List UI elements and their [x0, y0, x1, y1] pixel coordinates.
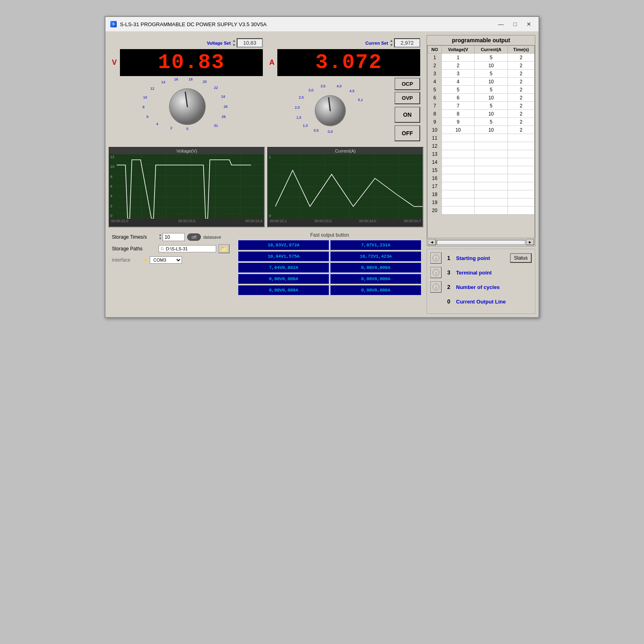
table-cell[interactable]: 16: [428, 174, 442, 182]
table-cell[interactable]: 3: [428, 70, 442, 78]
table-cell[interactable]: [475, 174, 508, 182]
datasave-toggle[interactable]: off: [187, 233, 201, 241]
table-row[interactable]: 11: [428, 134, 535, 142]
table-row[interactable]: 3352: [428, 70, 535, 78]
table-row[interactable]: 66102: [428, 94, 535, 102]
fast-btn-1[interactable]: 7,07V1,231A: [330, 240, 421, 250]
table-cell[interactable]: 8: [442, 110, 475, 118]
table-cell[interactable]: 2: [508, 78, 535, 86]
table-cell[interactable]: 2: [508, 70, 535, 78]
current-up-arrow[interactable]: ▲ ▼: [390, 39, 393, 47]
fast-btn-7[interactable]: 0,00V0,000A: [330, 274, 421, 284]
table-cell[interactable]: [475, 150, 508, 158]
table-cell[interactable]: 1: [428, 54, 442, 62]
table-cell[interactable]: 5: [428, 86, 442, 94]
table-cell[interactable]: [508, 174, 535, 182]
times-spinner-arrows[interactable]: ▲ ▼: [159, 233, 162, 241]
table-cell[interactable]: 10: [475, 62, 508, 70]
scroll-right-button[interactable]: ►: [526, 239, 534, 245]
table-cell[interactable]: 8: [428, 110, 442, 118]
table-row[interactable]: 22102: [428, 62, 535, 70]
table-cell[interactable]: [508, 150, 535, 158]
table-cell[interactable]: 2: [442, 62, 475, 70]
table-cell[interactable]: 1: [442, 54, 475, 62]
table-row[interactable]: 9952: [428, 118, 535, 126]
fast-btn-4[interactable]: 7,64V0,882A: [238, 263, 329, 272]
cycles-spinner[interactable]: ↕: [430, 281, 442, 293]
table-cell[interactable]: 5: [475, 70, 508, 78]
table-cell[interactable]: [475, 182, 508, 190]
fast-btn-3[interactable]: 10,72V1,423A: [330, 252, 421, 261]
table-cell[interactable]: [442, 150, 475, 158]
table-row[interactable]: 14: [428, 158, 535, 166]
table-cell[interactable]: [475, 134, 508, 142]
table-cell[interactable]: 6: [428, 94, 442, 102]
status-button[interactable]: Status: [510, 253, 532, 263]
table-cell[interactable]: 10: [475, 110, 508, 118]
table-cell[interactable]: 10: [428, 126, 442, 134]
table-cell[interactable]: 15: [428, 166, 442, 174]
fast-btn-8[interactable]: 0,00V0,000A: [238, 285, 329, 295]
table-cell[interactable]: 12: [428, 142, 442, 150]
maximize-button[interactable]: □: [511, 20, 519, 28]
table-row[interactable]: 1152: [428, 54, 535, 62]
table-cell[interactable]: [508, 158, 535, 166]
table-cell[interactable]: [475, 142, 508, 150]
fast-btn-6[interactable]: 0,00V0,000A: [238, 274, 329, 284]
table-cell[interactable]: 9: [428, 118, 442, 126]
folder-browse-button[interactable]: 📁: [219, 244, 229, 253]
table-cell[interactable]: 2: [508, 54, 535, 62]
storage-path-input[interactable]: [166, 246, 214, 251]
table-cell[interactable]: 19: [428, 198, 442, 206]
storage-times-input[interactable]: [163, 233, 185, 241]
table-cell[interactable]: 2: [508, 62, 535, 70]
table-cell[interactable]: 6: [442, 94, 475, 102]
table-row[interactable]: 88102: [428, 110, 535, 118]
table-cell[interactable]: 2: [508, 102, 535, 110]
table-cell[interactable]: 20: [428, 206, 442, 215]
table-cell[interactable]: 2: [508, 110, 535, 118]
minimize-button[interactable]: —: [496, 20, 506, 28]
table-cell[interactable]: [508, 190, 535, 198]
table-row[interactable]: 16: [428, 174, 535, 182]
ocp-button[interactable]: OCP: [394, 78, 420, 90]
table-row[interactable]: 12: [428, 142, 535, 150]
voltage-up-arrow[interactable]: ▲ ▼: [232, 39, 236, 47]
table-cell[interactable]: 2: [508, 86, 535, 94]
scroll-left-button[interactable]: ◄: [428, 239, 436, 245]
table-row[interactable]: 19: [428, 198, 535, 206]
table-row[interactable]: 13: [428, 150, 535, 158]
table-cell[interactable]: 2: [428, 62, 442, 70]
ovp-button[interactable]: OVP: [394, 92, 420, 104]
fast-btn-9[interactable]: 0,00V0,000A: [330, 285, 421, 295]
fast-btn-5[interactable]: 0,00V0,000A: [330, 263, 421, 272]
table-cell[interactable]: [442, 174, 475, 182]
table-cell[interactable]: 3: [442, 70, 475, 78]
table-row[interactable]: 20: [428, 206, 535, 215]
starting-point-spinner[interactable]: ↕: [430, 252, 442, 264]
fast-btn-0[interactable]: 10,83V2,972A: [238, 240, 329, 250]
table-cell[interactable]: 4: [442, 78, 475, 86]
current-set-input[interactable]: [394, 38, 420, 47]
table-cell[interactable]: 5: [475, 86, 508, 94]
table-cell[interactable]: [508, 182, 535, 190]
table-cell[interactable]: [475, 206, 508, 215]
close-button[interactable]: ✕: [524, 20, 534, 28]
table-cell[interactable]: 18: [428, 190, 442, 198]
table-cell[interactable]: 14: [428, 158, 442, 166]
table-row[interactable]: 17: [428, 182, 535, 190]
table-row[interactable]: 1010102: [428, 126, 535, 134]
port-select[interactable]: COM3: [150, 256, 182, 264]
table-cell[interactable]: 4: [428, 78, 442, 86]
table-cell[interactable]: [442, 182, 475, 190]
table-cell[interactable]: 13: [428, 150, 442, 158]
table-cell[interactable]: 2: [508, 118, 535, 126]
table-cell[interactable]: [442, 166, 475, 174]
table-cell[interactable]: [442, 190, 475, 198]
voltage-set-input[interactable]: [237, 38, 263, 47]
table-cell[interactable]: [475, 190, 508, 198]
table-cell[interactable]: [508, 198, 535, 206]
off-button[interactable]: OFF: [394, 125, 420, 141]
table-cell[interactable]: [442, 134, 475, 142]
table-cell[interactable]: 5: [442, 86, 475, 94]
